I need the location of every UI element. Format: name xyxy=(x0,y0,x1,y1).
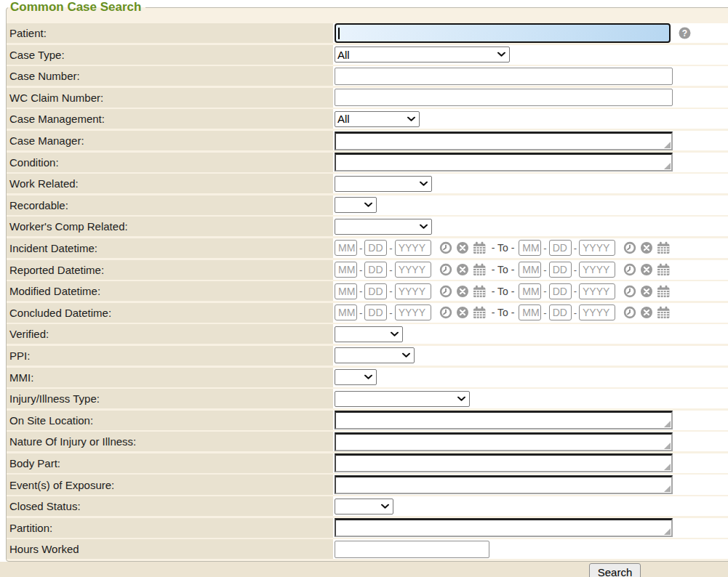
field-value-cell-verified xyxy=(333,324,728,344)
calendar-icon[interactable] xyxy=(473,306,487,319)
case-type-select[interactable]: All xyxy=(335,47,510,62)
reported-datetime-from-month-input[interactable] xyxy=(335,262,357,278)
ppi-select[interactable] xyxy=(335,347,415,363)
clock-icon[interactable] xyxy=(623,285,636,298)
calendar-icon[interactable] xyxy=(657,306,671,319)
search-button[interactable]: Search xyxy=(589,563,641,577)
calendar-icon[interactable] xyxy=(657,285,671,298)
partition-textarea-wrap xyxy=(335,518,673,537)
field-value-cell-patient: ? xyxy=(333,23,728,43)
incident-datetime-from-year-input[interactable] xyxy=(395,240,431,256)
field-label-body-part: Body Part: xyxy=(7,453,333,473)
focused-input-wrap xyxy=(335,23,671,43)
verified-select[interactable] xyxy=(335,326,403,342)
body-part-textarea[interactable] xyxy=(335,453,673,472)
form-row-modified-datetime: Modified Datetime:--- To --- xyxy=(7,281,728,301)
help-icon[interactable]: ? xyxy=(679,27,691,39)
work-related-select[interactable] xyxy=(335,176,432,192)
field-label-case-manager: Case Manager: xyxy=(7,131,333,150)
concluded-datetime-from-year-input[interactable] xyxy=(395,304,431,320)
clear-icon[interactable] xyxy=(640,263,653,276)
clock-icon[interactable] xyxy=(439,263,452,276)
reported-datetime-from-day-input[interactable] xyxy=(364,262,387,278)
clear-icon[interactable] xyxy=(456,263,469,276)
field-label-injury-illness-type: Injury/Illness Type: xyxy=(7,389,333,408)
closed-status-select[interactable] xyxy=(335,499,393,515)
condition-textarea[interactable] xyxy=(335,153,673,172)
clock-icon[interactable] xyxy=(623,306,636,319)
reported-datetime-to-day-input[interactable] xyxy=(549,262,572,278)
wc-claim-number-input[interactable] xyxy=(335,89,673,106)
calendar-icon[interactable] xyxy=(657,241,671,254)
field-value-cell-case-type: All xyxy=(333,45,728,65)
events-of-exposure-textarea[interactable] xyxy=(335,475,673,494)
patient-input[interactable] xyxy=(335,23,671,43)
clock-icon[interactable] xyxy=(623,241,636,254)
injury-illness-type-select[interactable] xyxy=(335,391,470,407)
field-label-modified-datetime: Modified Datetime: xyxy=(7,281,333,301)
modified-datetime-from-year-input[interactable] xyxy=(395,283,431,299)
date-separator: - xyxy=(543,243,546,254)
reported-datetime-to-month-input[interactable] xyxy=(519,262,541,278)
workers-comp-related-select-wrap xyxy=(335,219,432,235)
case-number-input[interactable] xyxy=(335,68,673,85)
partition-textarea[interactable] xyxy=(335,518,673,537)
injury-illness-type-select-wrap xyxy=(335,391,470,407)
clock-icon[interactable] xyxy=(439,285,452,298)
reported-datetime-range: --- To --- xyxy=(335,262,671,278)
form-row-case-type: Case Type:All xyxy=(7,45,728,65)
field-label-recordable: Recordable: xyxy=(7,195,333,215)
clock-icon[interactable] xyxy=(623,263,636,276)
calendar-icon[interactable] xyxy=(473,263,487,276)
incident-datetime-from-month-input[interactable] xyxy=(335,240,357,256)
field-label-ppi: PPI: xyxy=(7,346,333,366)
modified-datetime-from-day-input[interactable] xyxy=(364,283,387,299)
clear-icon[interactable] xyxy=(456,285,469,298)
concluded-datetime-to-day-input[interactable] xyxy=(549,304,572,320)
modified-datetime-to-month-input[interactable] xyxy=(519,283,541,299)
field-label-on-site-location: On Site Location: xyxy=(7,411,333,430)
incident-datetime-from-day-input[interactable] xyxy=(364,240,387,256)
concluded-datetime-to-month-input[interactable] xyxy=(519,304,541,320)
clear-icon[interactable] xyxy=(456,241,469,254)
form-row-mmi: MMI: xyxy=(7,368,728,387)
field-value-cell-condition xyxy=(333,153,728,172)
range-to-separator: - To - xyxy=(492,242,515,254)
incident-datetime-to-year-input[interactable] xyxy=(579,240,615,256)
clear-icon[interactable] xyxy=(640,241,653,254)
concluded-datetime-to-year-input[interactable] xyxy=(579,304,615,320)
clear-icon[interactable] xyxy=(456,306,469,319)
field-label-reported-datetime: Reported Datetime: xyxy=(7,260,333,280)
workers-comp-related-select[interactable] xyxy=(335,219,432,235)
clear-icon[interactable] xyxy=(640,306,653,319)
reported-datetime-to-year-input[interactable] xyxy=(579,262,615,278)
form-row-on-site-location: On Site Location: xyxy=(7,411,728,430)
concluded-datetime-from-day-input[interactable] xyxy=(364,304,387,320)
case-management-select[interactable]: All xyxy=(335,111,420,127)
clock-icon[interactable] xyxy=(439,241,452,254)
modified-datetime-to-day-input[interactable] xyxy=(549,283,572,299)
hours-worked-input[interactable] xyxy=(335,541,489,558)
form-row-nature-of-injury: Nature Of Injury or Illness: xyxy=(7,432,728,451)
reported-datetime-from-year-input[interactable] xyxy=(395,262,431,278)
condition-textarea-wrap xyxy=(335,153,673,172)
incident-datetime-to-month-input[interactable] xyxy=(519,240,541,256)
calendar-icon[interactable] xyxy=(473,285,487,298)
concluded-datetime-from-month-input[interactable] xyxy=(335,304,357,320)
incident-datetime-to-day-input[interactable] xyxy=(549,240,572,256)
on-site-location-textarea[interactable] xyxy=(335,411,673,429)
case-manager-textarea[interactable] xyxy=(335,132,673,150)
recordable-select-wrap xyxy=(335,197,377,213)
svg-text:?: ? xyxy=(682,28,687,39)
modified-datetime-to-year-input[interactable] xyxy=(579,283,615,299)
calendar-icon[interactable] xyxy=(657,263,671,276)
clear-icon[interactable] xyxy=(640,285,653,298)
form-row-case-number: Case Number: xyxy=(7,66,728,86)
mmi-select[interactable] xyxy=(335,369,377,385)
modified-datetime-from-month-input[interactable] xyxy=(335,283,357,299)
recordable-select[interactable] xyxy=(335,197,377,213)
form-row-condition: Condition: xyxy=(7,153,728,172)
nature-of-injury-textarea[interactable] xyxy=(335,432,673,451)
calendar-icon[interactable] xyxy=(473,241,487,254)
clock-icon[interactable] xyxy=(439,306,452,319)
